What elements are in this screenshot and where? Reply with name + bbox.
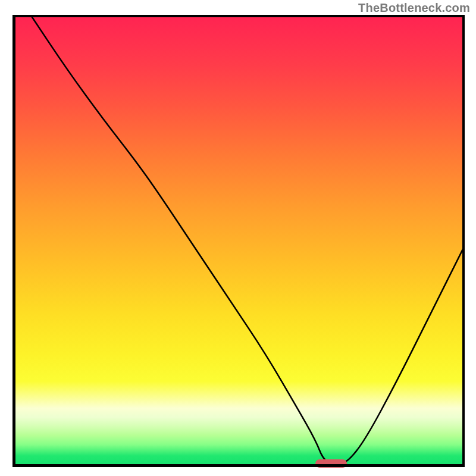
plot-gradient-bg bbox=[12, 15, 465, 467]
chart-root: { "attribution": "TheBottleneck.com", "c… bbox=[0, 0, 476, 476]
attribution-label: TheBottleneck.com bbox=[358, 1, 470, 15]
optimal-range-marker bbox=[315, 459, 347, 468]
